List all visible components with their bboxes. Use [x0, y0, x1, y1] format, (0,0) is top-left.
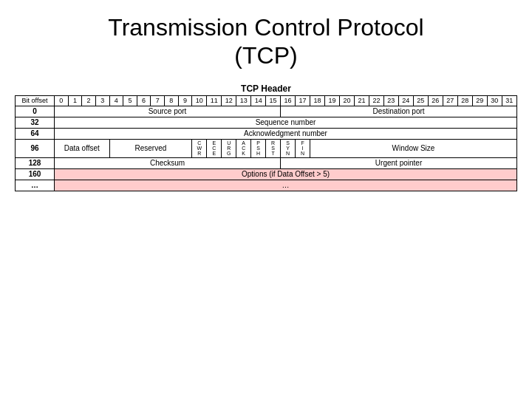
bit-number-19: 19: [325, 95, 340, 106]
table-cell: Acknowledgment number: [55, 128, 517, 139]
table-cell: Window Size: [310, 139, 517, 157]
table-caption: TCP Header: [15, 83, 517, 94]
bit-number-0: 0: [55, 95, 69, 106]
table-cell: …: [55, 180, 517, 191]
bit-number-31: 31: [502, 95, 516, 106]
table-cell: S Y N: [281, 139, 296, 157]
bit-number-30: 30: [487, 95, 502, 106]
bit-number-29: 29: [472, 95, 487, 106]
page-title: Transmission Control Protocol(TCP): [108, 13, 423, 70]
bit-number-5: 5: [123, 95, 137, 106]
table-cell: P S H: [251, 139, 266, 157]
table-cell: E C E: [207, 139, 222, 157]
bit-number-9: 9: [178, 95, 192, 106]
bit-number-15: 15: [266, 95, 281, 106]
row-offset-32: 32: [16, 117, 55, 128]
table-cell: A C K: [236, 139, 251, 157]
bit-number-18: 18: [310, 95, 325, 106]
bit-number-header-row: Bit offset 01234567891011121314151617181…: [16, 95, 517, 106]
tcp-header-table: Bit offset 01234567891011121314151617181…: [15, 95, 517, 191]
tcp-table-wrapper: TCP Header Bit offset 012345678910111213…: [15, 83, 517, 191]
table-cell: Data offset: [55, 139, 110, 157]
bit-number-3: 3: [95, 95, 109, 106]
bit-number-14: 14: [251, 95, 266, 106]
bit-number-24: 24: [398, 95, 413, 106]
row-offset-160: 160: [16, 168, 55, 180]
table-cell: Source port: [55, 106, 281, 117]
table-row: 160Options (if Data Offset > 5): [16, 168, 517, 180]
bit-number-21: 21: [354, 95, 369, 106]
bit-number-2: 2: [82, 95, 96, 106]
bit-number-8: 8: [165, 95, 179, 106]
bit-number-16: 16: [281, 95, 296, 106]
row-offset-128: 128: [16, 157, 55, 168]
table-row: 32Sequence number: [16, 117, 517, 128]
row-offset-0: 0: [16, 106, 55, 117]
row-offset-96: 96: [16, 139, 55, 157]
bit-number-26: 26: [428, 95, 443, 106]
bit-number-25: 25: [413, 95, 428, 106]
page: Transmission Control Protocol(TCP) TCP H…: [0, 0, 532, 399]
table-cell: U R G: [222, 139, 236, 157]
bit-number-20: 20: [339, 95, 354, 106]
table-cell: Urgent pointer: [281, 157, 517, 168]
bit-number-13: 13: [236, 95, 251, 106]
row-offset-…: …: [16, 180, 55, 191]
bit-number-22: 22: [369, 95, 383, 106]
bit-number-7: 7: [151, 95, 165, 106]
table-cell: C W R: [192, 139, 207, 157]
bit-number-6: 6: [137, 95, 151, 106]
bit-number-17: 17: [296, 95, 310, 106]
bit-number-28: 28: [457, 95, 472, 106]
bit-number-11: 11: [207, 95, 222, 106]
table-cell: Options (if Data Offset > 5): [55, 168, 517, 180]
bit-number-12: 12: [222, 95, 236, 106]
table-row: 0Source portDestination port: [16, 106, 517, 117]
table-row: ……: [16, 180, 517, 191]
bit-number-27: 27: [443, 95, 457, 106]
table-cell: Checksum: [55, 157, 281, 168]
table-cell: Reserved: [109, 139, 192, 157]
bit-number-10: 10: [192, 95, 207, 106]
table-cell: Destination port: [281, 106, 517, 117]
table-row: 96Data offsetReservedC W RE C EU R GA C …: [16, 139, 517, 157]
table-row: 128ChecksumUrgent pointer: [16, 157, 517, 168]
bit-offset-header-cell: Bit offset: [16, 95, 55, 106]
table-row: 64Acknowledgment number: [16, 128, 517, 139]
bit-number-1: 1: [68, 95, 82, 106]
table-cell: F I N: [296, 139, 310, 157]
bit-number-23: 23: [383, 95, 398, 106]
row-offset-64: 64: [16, 128, 55, 139]
table-cell: R S T: [266, 139, 281, 157]
table-cell: Sequence number: [55, 117, 517, 128]
bit-number-4: 4: [109, 95, 123, 106]
